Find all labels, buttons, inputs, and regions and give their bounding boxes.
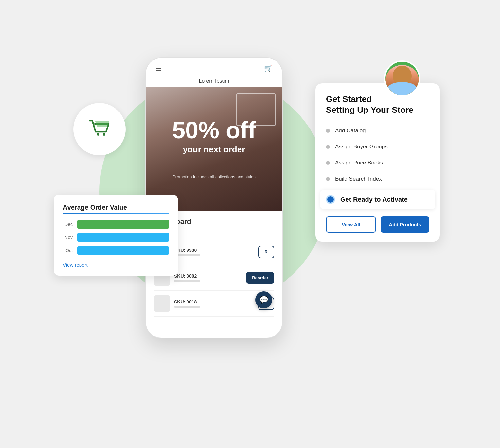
sku-number-3: SKU: 0018	[174, 299, 200, 304]
sku-bar-2	[174, 280, 200, 282]
bar-label-oct: Oct	[63, 248, 73, 253]
svg-rect-1	[103, 133, 105, 136]
sku-details-3: SKU: 0018	[174, 299, 200, 308]
sku-bar-1	[174, 254, 200, 256]
phone-header: ☰ 🛒	[146, 58, 282, 76]
checklist-dot-search-index	[326, 177, 330, 181]
hamburger-icon[interactable]: ☰	[156, 64, 162, 72]
sku-number-2: SKU: 3002	[174, 273, 200, 279]
cart-icon-circle	[73, 103, 126, 155]
sku-number-1: SKU: 9930	[174, 248, 200, 253]
bar-row-dec: Dec	[63, 220, 169, 229]
bar-nov	[77, 233, 169, 242]
checklist-dot-activate	[326, 195, 335, 204]
view-report-link[interactable]: View report	[63, 262, 88, 267]
sku-details-1: SKU: 9930	[174, 248, 200, 256]
bar-label-nov: Nov	[63, 235, 73, 240]
sku-info-3: SKU: 0018	[154, 295, 200, 312]
checklist-item-search-index: Build Search Index	[326, 171, 429, 187]
bar-oct	[77, 246, 169, 255]
activate-label: Get Ready to Activate	[340, 196, 408, 203]
sku-bar-3	[174, 306, 200, 308]
sku-thumbnail-3	[154, 295, 170, 312]
view-all-button[interactable]: View All	[326, 216, 376, 233]
bar-dec	[77, 220, 169, 229]
user-avatar	[384, 60, 420, 96]
checklist-label-price-books: Assign Price Books	[335, 160, 383, 166]
aov-divider	[63, 213, 169, 214]
reorder-button-outline-1[interactable]: R	[258, 246, 274, 258]
card-actions: View All Add Products	[326, 216, 429, 233]
hero-promo-text: Promotion includes all collections and s…	[166, 174, 262, 179]
avatar-shirt	[387, 82, 417, 95]
chat-icon: 💬	[259, 296, 268, 304]
phone-store-title: Lorem Ipsum	[146, 76, 282, 87]
checklist-item-add-catalog: Add Catalog	[326, 123, 429, 139]
cart-icon	[86, 116, 113, 142]
chat-bubble[interactable]: 💬	[255, 291, 272, 308]
hero-discount-text: 50% off	[166, 118, 262, 142]
avatar-person	[385, 65, 419, 95]
aov-title: Average Order Value	[63, 204, 169, 211]
checklist-label-buyer-groups: Assign Buyer Groups	[335, 144, 388, 150]
reorder-button-2[interactable]: Reorder	[246, 272, 274, 284]
cart-phone-icon[interactable]: 🛒	[264, 64, 272, 72]
get-started-card: Get StartedSetting Up Your Store Add Cat…	[315, 83, 440, 242]
add-products-button[interactable]: Add Products	[381, 216, 429, 233]
activate-row: Get Ready to Activate	[320, 190, 435, 209]
checklist-item-buyer-groups: Assign Buyer Groups	[326, 139, 429, 155]
checklist-label-search-index: Build Search Index	[335, 176, 382, 182]
sku-details-2: SKU: 3002	[174, 273, 200, 282]
main-scene: ☰ 🛒 Lorem Ipsum 50% off your next order …	[54, 44, 446, 404]
get-started-title: Get StartedSetting Up Your Store	[326, 94, 429, 115]
phone-hero-banner: 50% off your next order Promotion includ…	[146, 87, 282, 211]
checklist-dot-add-catalog	[326, 129, 330, 133]
bar-row-oct: Oct	[63, 246, 169, 255]
hero-subtitle-text: your next order	[166, 145, 262, 155]
hero-text-container: 50% off your next order Promotion includ…	[166, 118, 262, 179]
checklist-dot-buyer-groups	[326, 145, 330, 149]
aov-card: Average Order Value Dec Nov Oct View rep…	[54, 195, 178, 276]
checklist-dot-price-books	[326, 161, 330, 165]
checklist-label-add-catalog: Add Catalog	[335, 128, 366, 134]
bar-label-dec: Dec	[63, 222, 73, 227]
svg-rect-0	[97, 133, 99, 136]
bar-row-nov: Nov	[63, 233, 169, 242]
checklist-item-price-books: Assign Price Books	[326, 155, 429, 171]
